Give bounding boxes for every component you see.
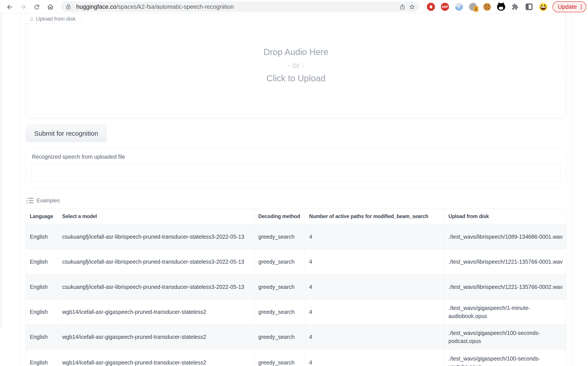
extension-cookie-icon[interactable] [483, 3, 491, 11]
extension-smiley-icon[interactable] [539, 3, 547, 11]
examples-table: Language Select a model Decoding method … [26, 209, 566, 366]
home-icon [47, 3, 54, 11]
header-model: Select a model [58, 209, 254, 224]
extension-vimium-icon[interactable]: V [455, 3, 463, 11]
cell-language: English [26, 224, 58, 249]
cell-language: English [26, 274, 58, 300]
extensions-row: ABP V 1 [427, 2, 547, 12]
example-row[interactable]: English wgb14/icefall-asr-gigaspeech-pru… [26, 300, 566, 325]
cell-paths: 4 [305, 274, 445, 300]
cell-language: English [26, 350, 58, 366]
back-arrow-icon [6, 3, 13, 11]
address-bar[interactable]: huggingface.co/spaces/k2-fsa/automatic-s… [61, 1, 419, 12]
abp-label: ABP [441, 3, 449, 11]
cell-decoding: greedy_search [254, 224, 305, 249]
examples-label: Examples [37, 198, 60, 204]
example-row[interactable]: English wgb14/icefall-asr-gigaspeech-pru… [26, 325, 566, 350]
dropzone-separator: - or - [26, 61, 566, 70]
dropzone-title: Drop Audio Here [26, 47, 566, 57]
frame-border-left-inner [21, 14, 22, 366]
cell-model: csukuangfj/icefall-asr-librispeech-prune… [58, 224, 254, 249]
bookmark-star-icon[interactable] [407, 2, 417, 12]
frame-border-right-inner [570, 14, 571, 366]
cell-file: ./test_wavs/librispeech/1221-135766-0001… [445, 249, 566, 274]
header-active-paths: Number of active paths for modified_beam… [305, 209, 445, 224]
notification-badge: 1 [473, 6, 478, 12]
example-row[interactable]: English csukuangfj/icefall-asr-librispee… [26, 249, 566, 274]
examples-header: Examples [27, 198, 60, 204]
cell-file: ./test_wavs/gigaspeech/100-seconds-youtu… [445, 350, 566, 366]
frame-border-left-outer [19, 14, 20, 366]
cell-decoding: greedy_search [254, 300, 305, 325]
extensions-puzzle-icon[interactable] [511, 3, 519, 11]
window-edge-decoration [0, 11, 1, 329]
update-button[interactable]: Update [552, 1, 586, 12]
forward-button[interactable] [18, 2, 28, 12]
cell-model: csukuangfj/icefall-asr-librispeech-prune… [58, 249, 254, 274]
update-label: Update [558, 3, 577, 10]
extension-abp-icon[interactable]: ABP [441, 3, 449, 11]
cell-paths: 4 [305, 325, 445, 350]
submit-button[interactable]: Submit for recognition [26, 125, 107, 142]
example-row[interactable]: English csukuangfj/icefall-asr-librispee… [26, 224, 566, 249]
url-text: huggingface.co/spaces/k2-fsa/automatic-s… [76, 3, 234, 10]
extension-notification-icon[interactable]: 1 [469, 3, 477, 11]
lock-icon [64, 2, 73, 12]
frame-border-right-outer [572, 14, 573, 366]
extension-adblock-icon[interactable] [427, 3, 435, 11]
home-button[interactable] [45, 2, 55, 12]
forward-arrow-icon [20, 3, 27, 11]
vimium-letter: V [455, 3, 463, 11]
cell-file: ./test_wavs/gigaspeech/1-minute-audioboo… [445, 300, 566, 325]
cell-language: English [26, 300, 58, 325]
cell-model: csukuangfj/icefall-asr-librispeech-prune… [58, 274, 254, 300]
extension-sidepanel-icon[interactable] [525, 3, 533, 11]
cell-language: English [26, 249, 58, 274]
upload-from-disk-tab[interactable]: ♫ Upload from disk [25, 14, 82, 24]
cell-file: ./test_wavs/librispeech/1089-134686-0001… [445, 224, 566, 249]
share-icon[interactable] [398, 2, 407, 12]
reload-icon [33, 3, 40, 10]
cell-model: wgb14/icefall-asr-gigaspeech-pruned-tran… [58, 300, 254, 325]
audio-dropzone[interactable]: Drop Audio Here - or - Click to Upload [26, 14, 566, 118]
dropzone-subtitle: Click to Upload [26, 73, 566, 83]
music-notes-icon: ♫ [29, 16, 34, 22]
extension-github-icon[interactable] [497, 3, 505, 11]
cell-decoding: greedy_search [254, 274, 305, 300]
table-header-row: Language Select a model Decoding method … [26, 209, 566, 224]
header-decoding-method: Decoding method [254, 209, 305, 224]
cell-paths: 4 [305, 300, 445, 325]
browser-toolbar: huggingface.co/spaces/k2-fsa/automatic-s… [0, 0, 588, 14]
url-path: /spaces/k2-fsa/automatic-speech-recognit… [116, 3, 234, 10]
header-language: Language [26, 209, 58, 224]
cell-decoding: greedy_search [254, 325, 305, 350]
cell-decoding: greedy_search [254, 249, 305, 274]
cell-paths: 4 [305, 249, 445, 274]
cell-paths: 4 [305, 350, 445, 366]
cell-decoding: greedy_search [254, 350, 305, 366]
browser-menu-kebab-icon[interactable] [580, 3, 583, 10]
dropzone-text: Drop Audio Here - or - Click to Upload [26, 47, 566, 83]
cell-paths: 4 [305, 224, 445, 249]
cell-model: wgb14/icefall-asr-gigaspeech-pruned-tran… [58, 325, 254, 350]
url-domain: huggingface.co [76, 3, 116, 10]
example-row[interactable]: English csukuangfj/icefall-asr-librispee… [26, 274, 566, 300]
example-row[interactable]: English wgb14/icefall-asr-gigaspeech-pru… [26, 350, 566, 366]
output-textbox[interactable] [31, 163, 561, 182]
upload-tab-label: Upload from disk [36, 16, 75, 22]
cell-file: ./test_wavs/gigaspeech/100-seconds-podca… [445, 325, 566, 350]
cell-file: ./test_wavs/librispeech/1221-135766-0002… [445, 274, 566, 300]
output-group: Recognized speech from uploaded file [26, 147, 566, 188]
output-label: Recognized speech from uploaded file [32, 154, 125, 160]
cell-model: wgb14/icefall-asr-gigaspeech-pruned-tran… [58, 350, 254, 366]
back-button[interactable] [5, 2, 15, 12]
header-upload-from-disk: Upload from disk [445, 209, 566, 224]
examples-list-icon [27, 198, 34, 203]
cell-language: English [26, 325, 58, 350]
reload-button[interactable] [32, 2, 42, 12]
